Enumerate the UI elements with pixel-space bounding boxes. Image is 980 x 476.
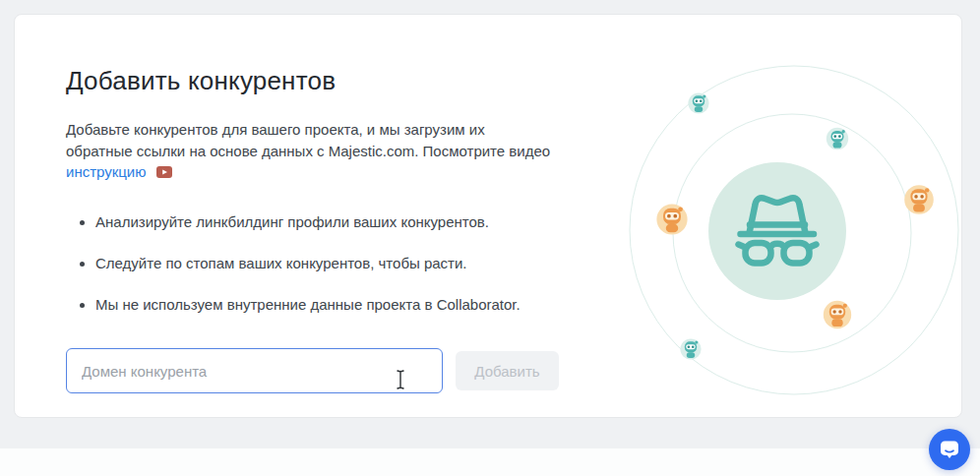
competitors-orbit-illustration bbox=[605, 50, 979, 404]
add-competitor-button[interactable]: Добавить bbox=[456, 351, 559, 390]
lower-section-strip bbox=[0, 448, 980, 476]
robot-orange-icon bbox=[824, 301, 851, 328]
page-title: Добавить конкурентов bbox=[66, 66, 336, 96]
incognito-spy-icon bbox=[708, 162, 846, 300]
page-background: Добавить конкурентов Добавьте конкуренто… bbox=[0, 0, 980, 476]
robot-teal-icon bbox=[688, 92, 708, 113]
chat-launcher-button[interactable] bbox=[929, 429, 970, 470]
robot-orange-icon bbox=[904, 185, 934, 214]
chat-bubble-icon bbox=[938, 438, 961, 461]
youtube-play-icon[interactable] bbox=[156, 162, 172, 184]
add-competitors-card: Добавить конкурентов Добавьте конкуренто… bbox=[14, 14, 962, 418]
instruction-link-row: инструкцию bbox=[66, 161, 617, 184]
text-ibeam-cursor bbox=[394, 368, 407, 391]
robot-orange-icon bbox=[656, 204, 687, 234]
list-item: Мы не используем внутренние данные проек… bbox=[66, 297, 617, 313]
description: Добавьте конкурентов для вашего проекта,… bbox=[66, 119, 617, 184]
benefits-list: Анализируйте линкбилдинг профили ваших к… bbox=[66, 214, 617, 338]
description-line: Добавьте конкурентов для вашего проекта,… bbox=[66, 119, 617, 141]
list-item: Анализируйте линкбилдинг профили ваших к… bbox=[66, 214, 617, 230]
list-item: Следуйте по стопам ваших конкурентов, чт… bbox=[66, 256, 617, 271]
robot-teal-icon bbox=[827, 128, 848, 149]
competitor-domain-input[interactable] bbox=[66, 348, 443, 393]
video-instruction-link[interactable]: инструкцию bbox=[66, 163, 147, 180]
robot-teal-icon bbox=[680, 338, 701, 359]
description-line: обратные ссылки на основе данных с Majes… bbox=[66, 141, 617, 162]
